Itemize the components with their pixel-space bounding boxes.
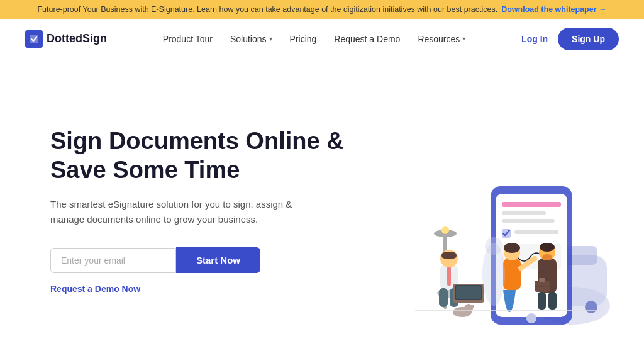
hero-illustration: Ann bbox=[352, 84, 616, 337]
start-now-button[interactable]: Start Now bbox=[176, 247, 260, 273]
nav-link-product-tour[interactable]: Product Tour bbox=[163, 34, 213, 44]
svg-rect-8 bbox=[502, 202, 561, 207]
top-banner: Future-proof Your Business with E-Signat… bbox=[0, 0, 644, 19]
email-input[interactable] bbox=[50, 248, 176, 273]
svg-point-5 bbox=[585, 301, 597, 313]
svg-point-18 bbox=[441, 226, 449, 234]
nav-dropdown-resources[interactable]: Resources ▾ bbox=[418, 34, 465, 44]
nav-link-request-demo[interactable]: Request a Demo bbox=[334, 34, 400, 44]
chevron-down-icon: ▾ bbox=[269, 35, 272, 42]
nav-item-solutions[interactable]: Solutions ▾ bbox=[230, 34, 272, 44]
nav-dropdown-solutions[interactable]: Solutions ▾ bbox=[230, 34, 272, 44]
svg-rect-32 bbox=[503, 259, 521, 290]
hero-form: Start Now bbox=[50, 247, 352, 273]
hero-subtitle: The smartest eSignature solution for you… bbox=[50, 197, 314, 227]
main-nav: DottedSign Product Tour Solutions ▾ Pric… bbox=[0, 19, 644, 59]
svg-point-39 bbox=[542, 254, 552, 260]
nav-link-pricing[interactable]: Pricing bbox=[290, 34, 317, 44]
hero-svg: Ann bbox=[352, 123, 616, 337]
svg-rect-23 bbox=[441, 252, 457, 259]
nav-label-resources: Resources bbox=[418, 34, 460, 44]
svg-rect-28 bbox=[456, 286, 481, 299]
svg-point-31 bbox=[469, 305, 474, 308]
nav-item-pricing[interactable]: Pricing bbox=[290, 33, 317, 45]
nav-item-resources[interactable]: Resources ▾ bbox=[418, 34, 465, 44]
svg-point-34 bbox=[504, 243, 520, 253]
svg-rect-12 bbox=[514, 230, 558, 234]
login-button[interactable]: Log In bbox=[521, 34, 548, 44]
chevron-down-icon-resources: ▾ bbox=[462, 35, 465, 42]
logo-text: DottedSign bbox=[47, 32, 107, 45]
nav-links: Product Tour Solutions ▾ Pricing Request… bbox=[163, 33, 466, 45]
nav-label-solutions: Solutions bbox=[230, 34, 267, 44]
svg-point-47 bbox=[485, 237, 502, 255]
nav-actions: Log In Sign Up bbox=[521, 28, 619, 50]
hero-section: Sign Documents Online & Save Some Time T… bbox=[0, 59, 644, 337]
svg-rect-24 bbox=[439, 288, 448, 307]
logo-icon bbox=[25, 30, 43, 48]
svg-rect-41 bbox=[548, 292, 557, 310]
svg-rect-21 bbox=[447, 267, 451, 286]
signup-button[interactable]: Sign Up bbox=[558, 28, 619, 50]
hero-content: Sign Documents Online & Save Some Time T… bbox=[50, 127, 352, 294]
svg-point-38 bbox=[540, 243, 555, 252]
nav-item-product-tour[interactable]: Product Tour bbox=[163, 33, 213, 45]
nav-item-request-demo[interactable]: Request a Demo bbox=[334, 33, 400, 45]
logo[interactable]: DottedSign bbox=[25, 30, 107, 48]
svg-rect-40 bbox=[538, 292, 546, 310]
svg-point-15 bbox=[526, 313, 536, 323]
banner-link[interactable]: Download the whitepaper → bbox=[501, 5, 606, 14]
demo-link[interactable]: Request a Demo Now bbox=[50, 284, 140, 294]
svg-rect-10 bbox=[502, 219, 555, 223]
svg-rect-9 bbox=[502, 211, 546, 215]
hero-title: Sign Documents Online & Save Some Time bbox=[50, 127, 352, 184]
svg-rect-43 bbox=[539, 278, 545, 282]
banner-text: Future-proof Your Business with E-Signat… bbox=[37, 5, 497, 14]
